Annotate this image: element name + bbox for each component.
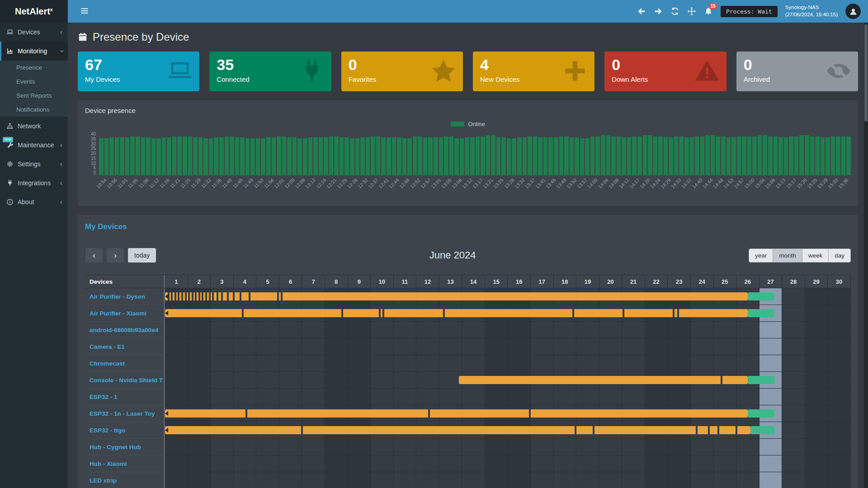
stat-card-archived[interactable]: 0Archived bbox=[736, 52, 858, 91]
presence-gap bbox=[185, 292, 187, 300]
device-link[interactable]: ESP32 - 1 bbox=[85, 389, 164, 405]
sidebar-item-settings[interactable]: Settings‹ bbox=[0, 155, 68, 174]
day-cell bbox=[805, 405, 828, 422]
device-link[interactable]: android-68608b93a00e4 bbox=[85, 322, 164, 338]
avatar[interactable] bbox=[845, 4, 861, 19]
day-header-23: 23 bbox=[668, 275, 691, 288]
process-status-badge[interactable]: Process: Wait bbox=[721, 6, 778, 17]
device-link[interactable]: ESP32 - ttgo bbox=[85, 422, 164, 439]
day-cell bbox=[576, 439, 599, 455]
notifications-bell-icon[interactable]: 15 bbox=[704, 7, 713, 16]
stat-card-new-devices[interactable]: 4New Devices bbox=[473, 52, 594, 91]
presence-gap bbox=[181, 292, 183, 300]
prev-button[interactable]: ‹ bbox=[85, 248, 103, 263]
sidebar-subitem-presence[interactable]: Presence bbox=[0, 61, 68, 75]
back-arrow-icon[interactable] bbox=[637, 7, 646, 16]
day-cell bbox=[805, 355, 828, 372]
today-button[interactable]: today bbox=[127, 248, 156, 263]
sidebar-item-maintenance[interactable]: newMaintenance‹ bbox=[0, 136, 68, 155]
timeline-row-hub-cygnet-hub: Hub - Cygnet Hub bbox=[85, 439, 851, 455]
device-link[interactable]: ESP32 - 1n - Laser Toy bbox=[85, 405, 164, 422]
ytick-label: 35 bbox=[91, 137, 96, 141]
presence-gap bbox=[178, 292, 179, 300]
device-link[interactable]: Console - Nvidia Shield T bbox=[85, 372, 164, 389]
chevron-left-icon: ‹ bbox=[60, 143, 62, 147]
day-cell bbox=[394, 389, 417, 405]
day-cell bbox=[256, 372, 279, 389]
day-cell bbox=[256, 338, 279, 355]
day-cell bbox=[348, 338, 371, 355]
sidebar-item-integrations[interactable]: Integrations‹ bbox=[0, 174, 68, 192]
presence-bar bbox=[240, 137, 245, 175]
presence-bar bbox=[287, 137, 292, 175]
x-tick-label: 13:52 bbox=[566, 177, 578, 189]
device-link[interactable]: Camera - E1 bbox=[85, 338, 164, 355]
day-cell bbox=[256, 322, 279, 338]
scrollbar-thumb[interactable] bbox=[864, 24, 868, 122]
device-link[interactable]: Air Purifier - Xiaomi bbox=[85, 305, 164, 322]
timeline-body: Air Purifier - DysonAir Purifier - Xiaom… bbox=[85, 288, 851, 488]
page-scrollbar[interactable] bbox=[864, 23, 868, 488]
day-cell bbox=[325, 372, 348, 389]
sidebar-item-devices[interactable]: Devices‹ bbox=[0, 23, 68, 42]
stat-card-my-devices[interactable]: 67My Devices bbox=[78, 52, 199, 91]
sidebar-subitem-sent-reports[interactable]: Sent Reports bbox=[0, 89, 68, 103]
my-devices-title[interactable]: My Devices bbox=[85, 222, 851, 231]
presence-bar bbox=[595, 136, 600, 175]
view-button-month[interactable]: month bbox=[773, 249, 802, 263]
day-cell bbox=[645, 338, 668, 355]
stat-card-connected[interactable]: 35Connected bbox=[209, 52, 331, 91]
sidebar-subitem-notifications[interactable]: Notifications bbox=[0, 103, 68, 117]
device-link[interactable]: LED strip bbox=[85, 472, 164, 488]
sidebar-item-network[interactable]: Network bbox=[0, 117, 68, 136]
sidebar-subitem-events[interactable]: Events bbox=[0, 75, 68, 89]
device-link[interactable]: Chromecast bbox=[85, 355, 164, 372]
next-button[interactable]: › bbox=[106, 248, 124, 263]
device-link[interactable]: Air Purifier - Dyson bbox=[85, 288, 164, 305]
day-header-12: 12 bbox=[416, 275, 439, 288]
day-cell bbox=[531, 322, 554, 338]
device-link[interactable]: Hub - Xiaomi bbox=[85, 455, 164, 472]
presence-bar bbox=[763, 135, 767, 175]
move-icon[interactable] bbox=[687, 7, 696, 16]
sidebar-item-about[interactable]: About‹ bbox=[0, 192, 68, 211]
continues-left-arrow bbox=[165, 294, 168, 299]
day-header-16: 16 bbox=[508, 275, 531, 288]
hamburger-menu-icon[interactable] bbox=[77, 4, 92, 19]
day-cell bbox=[805, 439, 828, 455]
view-button-week[interactable]: week bbox=[802, 249, 829, 263]
x-tick-label: 13:12 bbox=[461, 177, 473, 189]
day-cell bbox=[188, 472, 211, 488]
presence-bar bbox=[580, 138, 585, 175]
presence-bar bbox=[141, 137, 146, 175]
stat-card-favorites[interactable]: 0Favorites bbox=[341, 52, 463, 91]
presence-bar bbox=[789, 136, 793, 175]
day-header-30: 30 bbox=[828, 275, 851, 288]
day-cell bbox=[554, 322, 577, 338]
view-button-year[interactable]: year bbox=[749, 249, 773, 263]
day-cell bbox=[348, 439, 371, 455]
day-cell bbox=[439, 355, 462, 372]
forward-arrow-icon[interactable] bbox=[654, 7, 663, 16]
presence-bar bbox=[282, 136, 287, 175]
refresh-icon[interactable] bbox=[670, 7, 679, 16]
x-tick-label: 11:12 bbox=[148, 177, 160, 189]
day-cell bbox=[211, 439, 234, 455]
day-cell bbox=[760, 455, 783, 472]
presence-bar bbox=[794, 136, 799, 175]
view-button-day[interactable]: day bbox=[829, 249, 851, 263]
presence-bar bbox=[371, 136, 375, 175]
day-cell bbox=[394, 455, 417, 472]
sidebar-item-monitoring[interactable]: Monitoring‹ bbox=[0, 42, 68, 61]
host-timestamp: (27/06/2024, 15:40:15) bbox=[785, 11, 838, 19]
topbar: NetAlertx 15 Process: Wait Synology-NAS … bbox=[0, 0, 868, 23]
presence-bar bbox=[758, 135, 762, 175]
day-cell bbox=[234, 472, 257, 488]
presence-bar bbox=[575, 137, 579, 175]
device-link[interactable]: Hub - Cygnet Hub bbox=[85, 439, 164, 455]
day-header-24: 24 bbox=[691, 275, 714, 288]
day-cell bbox=[348, 322, 371, 338]
presence-bar bbox=[778, 137, 783, 175]
app-logo[interactable]: NetAlertx bbox=[0, 0, 68, 23]
stat-card-down-alerts[interactable]: 0Down Alerts bbox=[604, 52, 726, 91]
